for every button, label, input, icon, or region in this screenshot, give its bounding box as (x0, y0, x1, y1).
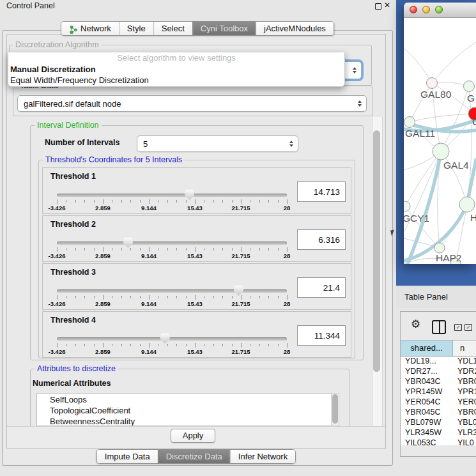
slider-tick (94, 248, 95, 250)
node-gal4[interactable] (433, 143, 449, 160)
number-of-intervals-value: 5 (143, 136, 148, 151)
tab-discretize-data[interactable]: Discretize Data (158, 450, 230, 463)
threshold-slider-thumb[interactable] (160, 333, 170, 344)
cell-name[interactable]: YDR2 (452, 367, 476, 377)
cell-name[interactable]: YBR0 (452, 377, 476, 387)
cell-shared-name[interactable]: YDL19... (401, 357, 452, 367)
cell-shared-name[interactable]: YIL053C (401, 438, 452, 445)
close-traffic-light-icon[interactable] (410, 6, 417, 13)
threshold-slider-track[interactable] (57, 242, 287, 245)
node-gal11[interactable] (404, 117, 415, 128)
table-row[interactable]: YBL079WYBL0 (401, 418, 476, 428)
close-icon[interactable]: ✕ (384, 1, 390, 10)
threshold-value-field[interactable]: 14.713 (297, 181, 346, 202)
cell-shared-name[interactable]: YDR27... (401, 367, 452, 377)
table-row[interactable]: YLR345WYLR3 (401, 428, 476, 438)
cell-shared-name[interactable]: YER054C (401, 397, 452, 408)
tab-infer-network[interactable]: Infer Network (230, 450, 295, 463)
threshold-slider-track[interactable] (57, 194, 287, 197)
checkbox-icon[interactable]: ✓ (464, 324, 472, 331)
cell-shared-name[interactable]: YBR043C (401, 377, 452, 387)
slider-tick (268, 200, 269, 203)
attribute-list-item[interactable]: TopologicalCoefficient (37, 405, 332, 416)
node-gcy1[interactable] (404, 201, 410, 211)
slider-tick (259, 200, 260, 203)
network-view-window[interactable]: GAL80 G C GAL11 GAL4 GCY1 H HAP2 (404, 3, 476, 264)
cell-name[interactable]: YIL0 (452, 438, 476, 445)
gear-icon[interactable]: ⚙ (411, 318, 420, 331)
node-partial-g[interactable] (464, 81, 475, 92)
table-row[interactable]: YBR043CYBR0 (401, 377, 476, 387)
table-row[interactable]: YBR045CYBR0 (401, 408, 476, 418)
slider-tick-label: 28 (284, 348, 291, 355)
columns-icon[interactable] (432, 320, 446, 334)
attributes-list-scrollbar-thumb[interactable] (332, 394, 338, 424)
cell-name[interactable]: YBL0 (452, 418, 476, 428)
slider-tick (57, 247, 58, 252)
table-row[interactable]: YPR145WYPR1 (401, 387, 476, 397)
zoom-traffic-light-icon[interactable] (435, 6, 443, 13)
threshold-value-field[interactable]: 6.316 (297, 229, 346, 250)
float-window-icon[interactable] (375, 3, 381, 10)
attribute-list-item[interactable]: BetweennessCentrality (37, 416, 332, 426)
checkbox-icon[interactable]: ✓ (454, 324, 462, 331)
network-window-titlebar[interactable] (404, 3, 476, 18)
network-nodes[interactable] (404, 78, 476, 265)
threshold-slider-track[interactable] (57, 289, 287, 293)
cell-name[interactable]: YDL1 (452, 357, 476, 367)
threshold-slider-thumb[interactable] (123, 237, 133, 248)
slider-tick-labels: -3.4262.8599.14415.4321.71528 (43, 348, 351, 355)
tab-impute-data[interactable]: Impute Data (97, 450, 158, 463)
algorithm-option-equal-width[interactable]: Equal Width/Frequency Discretization (8, 75, 344, 86)
cell-shared-name[interactable]: YPR145W (401, 387, 452, 397)
cell-name[interactable]: YLR3 (452, 428, 476, 438)
numerical-attributes-header: Numerical Attributes (33, 379, 111, 388)
slider-tick (103, 295, 104, 300)
tab-network[interactable]: Network (61, 22, 119, 35)
table-row[interactable]: YDR27...YDR2 (401, 367, 476, 377)
tab-jactivemnodules[interactable]: jActiveMNodules (256, 22, 334, 35)
cell-shared-name[interactable]: YBL079W (401, 418, 452, 428)
number-of-intervals-combobox[interactable]: 5 (137, 135, 298, 152)
cell-shared-name[interactable]: YBR045C (401, 408, 452, 418)
slider-tick (84, 200, 85, 203)
cell-shared-name[interactable]: YLR345W (401, 428, 452, 438)
network-canvas[interactable]: GAL80 G C GAL11 GAL4 GCY1 H HAP2 (404, 18, 476, 264)
table-data-combobox[interactable]: galFiltered.sif default node (17, 95, 367, 112)
tab-select[interactable]: Select (153, 22, 192, 35)
slider-tick (57, 199, 58, 204)
node-partial-h[interactable] (459, 197, 475, 212)
table-row[interactable]: YER054CYER0 (401, 397, 476, 408)
tab-cyni-toolbox[interactable]: Cyni Toolbox (192, 22, 256, 35)
table-row[interactable]: YIL053CYIL0 (401, 438, 476, 445)
slider-tick (130, 296, 131, 298)
table-row[interactable]: YDL19...YDL1 (401, 357, 476, 367)
cell-name[interactable]: YER0 (452, 397, 476, 408)
algorithm-option-manual[interactable]: Manual Discretization (8, 64, 344, 75)
interval-definition-group-title: Interval Definition (35, 121, 102, 130)
tab-network-label: Network (81, 22, 111, 35)
numerical-attributes-list[interactable]: SelfLoopsTopologicalCoefficientBetweenne… (36, 393, 332, 426)
column-header-shared-name[interactable]: shared... (401, 341, 453, 356)
panel-vertical-scrollbar-thumb[interactable] (373, 130, 380, 372)
minimize-traffic-light-icon[interactable] (422, 6, 430, 13)
threshold-value-field[interactable]: 11.344 (297, 325, 346, 346)
slider-tick (232, 296, 233, 298)
attribute-list-item[interactable]: SelfLoops (37, 394, 332, 405)
slider-tick (103, 247, 104, 252)
cell-name[interactable]: YPR1 (452, 387, 476, 397)
threshold-slider-thumb[interactable] (234, 285, 243, 296)
threshold-value-field[interactable]: 21.4 (297, 277, 346, 298)
cell-name[interactable]: YBR0 (452, 408, 476, 418)
panel-vertical-scrollbar[interactable] (372, 117, 383, 426)
threshold-slider-thumb[interactable] (185, 189, 194, 200)
node-hap2[interactable] (434, 243, 445, 253)
apply-button[interactable]: Apply (171, 429, 215, 443)
threshold-slider-track[interactable] (57, 337, 287, 341)
column-header-name[interactable]: n (453, 341, 476, 356)
node-gal80[interactable] (427, 78, 438, 89)
tab-style[interactable]: Style (119, 22, 153, 35)
threshold-label: Threshold 1 (50, 172, 96, 181)
attributes-list-scrollbar[interactable] (331, 393, 339, 426)
slider-tick-label: 21.715 (231, 348, 250, 355)
